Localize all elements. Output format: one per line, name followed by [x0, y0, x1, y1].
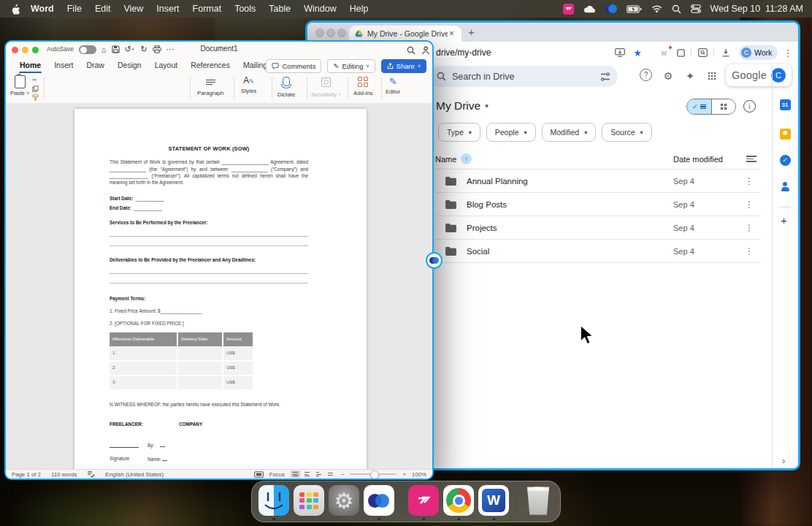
row-menu-kebab-icon[interactable]: ⋮	[745, 246, 754, 256]
floating-blue-circles-badge[interactable]	[426, 252, 443, 269]
help-icon[interactable]: ?	[640, 69, 652, 81]
menu-insert[interactable]: Insert	[150, 0, 185, 18]
focus-label[interactable]: Focus	[269, 471, 285, 478]
sensitivity-button[interactable]: Sensitivity ˅	[311, 75, 341, 98]
filter-chip-source[interactable]: Source▾	[602, 123, 651, 142]
download-icon[interactable]	[720, 47, 732, 58]
battery-icon[interactable]	[627, 5, 642, 13]
settings-gear-icon[interactable]: ⚙	[661, 69, 675, 83]
search-filter-icon[interactable]	[600, 72, 610, 81]
dock-finder[interactable]	[258, 485, 289, 516]
dictate-button[interactable]: Dictate	[277, 75, 295, 98]
dock-trash[interactable]	[523, 485, 554, 516]
tab-references[interactable]: References	[184, 58, 237, 73]
chrome-active-tab[interactable]: My Drive - Google Drive ×	[349, 26, 461, 42]
tab-draw[interactable]: Draw	[80, 58, 111, 73]
column-header-name[interactable]: Name ↑	[435, 153, 472, 164]
chrome-menu-kebab-icon[interactable]: ⋮	[782, 47, 794, 58]
side-panel-collapse-chevron[interactable]: ›	[782, 455, 785, 466]
tab-search-icon[interactable]	[697, 47, 708, 58]
dock-system-settings[interactable]: ⚙	[329, 485, 359, 516]
extension-icon[interactable]	[675, 47, 686, 58]
chrome-profile-chip[interactable]: C Work	[739, 45, 778, 60]
menu-window[interactable]: Window	[297, 0, 342, 18]
tab-insert[interactable]: Insert	[47, 58, 80, 73]
web-layout-view-button[interactable]	[302, 470, 312, 478]
details-info-icon[interactable]: i	[743, 100, 756, 113]
wifi-icon[interactable]	[651, 5, 662, 13]
gemini-sparkle-icon[interactable]: ✦	[683, 69, 697, 83]
address-bar-url[interactable]: drive/my-drive	[436, 47, 491, 58]
print-layout-view-button[interactable]	[291, 470, 300, 478]
draft-view-button[interactable]	[326, 470, 335, 478]
document-page[interactable]: STATEMENT OF WORK (SOW) This Statement o…	[74, 109, 367, 470]
drive-row-social[interactable]: Social Sep 4 ⋮	[435, 240, 761, 263]
control-center-icon[interactable]	[691, 4, 701, 13]
row-menu-kebab-icon[interactable]: ⋮	[745, 199, 754, 210]
language-indicator[interactable]: English (United States)	[105, 471, 164, 478]
spotlight-search-icon[interactable]	[672, 4, 681, 14]
share-button[interactable]: Share ˅	[381, 59, 426, 73]
menu-tools[interactable]: Tools	[228, 0, 262, 18]
row-menu-kebab-icon[interactable]: ⋮	[745, 176, 754, 186]
menu-app-name[interactable]: Word	[24, 0, 61, 18]
tab-close-icon[interactable]: ×	[448, 28, 456, 39]
outline-view-button[interactable]	[314, 470, 323, 478]
tasks-side-icon[interactable]: ✓	[778, 153, 792, 167]
dock-blue-circles-app[interactable]	[364, 485, 394, 516]
w-extension-icon[interactable]: w	[658, 47, 670, 58]
filter-chip-modified[interactable]: Modified▾	[542, 123, 597, 142]
copy-icon[interactable]	[32, 85, 39, 92]
format-painter-icon[interactable]	[32, 94, 39, 101]
zoom-percent[interactable]: 100%	[412, 471, 426, 478]
chrome-minimize-button[interactable]	[326, 28, 335, 37]
send-to-device-icon[interactable]	[614, 47, 626, 58]
sort-ascending-icon[interactable]: ↑	[461, 153, 472, 164]
grid-view-button[interactable]	[711, 99, 736, 114]
google-apps-grid-icon[interactable]	[705, 69, 719, 83]
drive-search-bar[interactable]: Search in Drive	[429, 66, 618, 87]
zoom-slider[interactable]	[350, 473, 397, 476]
word-search-icon[interactable]	[406, 45, 416, 56]
paragraph-group-button[interactable]: Paragraph	[197, 75, 223, 96]
dock-word[interactable]: W	[478, 485, 509, 516]
menu-format[interactable]: Format	[186, 0, 229, 18]
sort-options-icon[interactable]	[746, 154, 757, 164]
share-presence-icon[interactable]	[421, 45, 431, 56]
menu-edit[interactable]: Edit	[88, 0, 118, 18]
addins-button[interactable]: Add-ins	[353, 75, 372, 96]
account-avatar[interactable]: C	[771, 68, 786, 83]
menu-table[interactable]: Table	[262, 0, 297, 18]
blue-circles-status-icon[interactable]	[605, 4, 617, 14]
google-account-card[interactable]: Google C	[726, 64, 792, 86]
dock-launchpad[interactable]	[294, 485, 324, 516]
comments-button[interactable]: Comments	[266, 59, 321, 73]
apple-menu[interactable]	[0, 3, 24, 15]
cloud-icon[interactable]	[583, 5, 596, 13]
drive-row-projects[interactable]: Projects Sep 4 ⋮	[435, 216, 761, 240]
menu-help[interactable]: Help	[343, 0, 375, 18]
zoom-in-button[interactable]: +	[402, 471, 406, 478]
add-side-app-button[interactable]: +	[781, 214, 787, 226]
chrome-close-button[interactable]	[315, 28, 324, 37]
zoom-slider-thumb[interactable]	[370, 470, 379, 479]
calendar-side-icon[interactable]: 31	[778, 98, 792, 111]
dock-magenta-app[interactable]	[408, 485, 439, 516]
styles-button[interactable]: A✎ Styles	[241, 75, 256, 94]
keep-side-icon[interactable]	[778, 127, 792, 140]
filter-chip-people[interactable]: People▾	[486, 123, 536, 142]
tab-design[interactable]: Design	[111, 58, 148, 73]
editing-mode-button[interactable]: ✎ Editing ˅	[327, 59, 375, 73]
proofing-icon[interactable]	[87, 470, 95, 478]
column-header-modified[interactable]: Date modified	[673, 155, 723, 164]
my-drive-title[interactable]: My Drive ▾	[436, 99, 489, 113]
word-count[interactable]: 110 words	[51, 471, 77, 478]
page-indicator[interactable]: Page 1 of 2	[12, 471, 41, 478]
menu-file[interactable]: File	[61, 0, 88, 18]
dock-chrome[interactable]	[443, 485, 474, 516]
editor-button[interactable]: ✎ Editor	[386, 75, 400, 95]
filter-chip-type[interactable]: Type▾	[438, 123, 480, 142]
paste-button[interactable]: Paste ˅	[10, 75, 29, 96]
drive-row-annual-planning[interactable]: Annual Planning Sep 4 ⋮	[435, 169, 761, 193]
menu-view[interactable]: View	[117, 0, 150, 18]
